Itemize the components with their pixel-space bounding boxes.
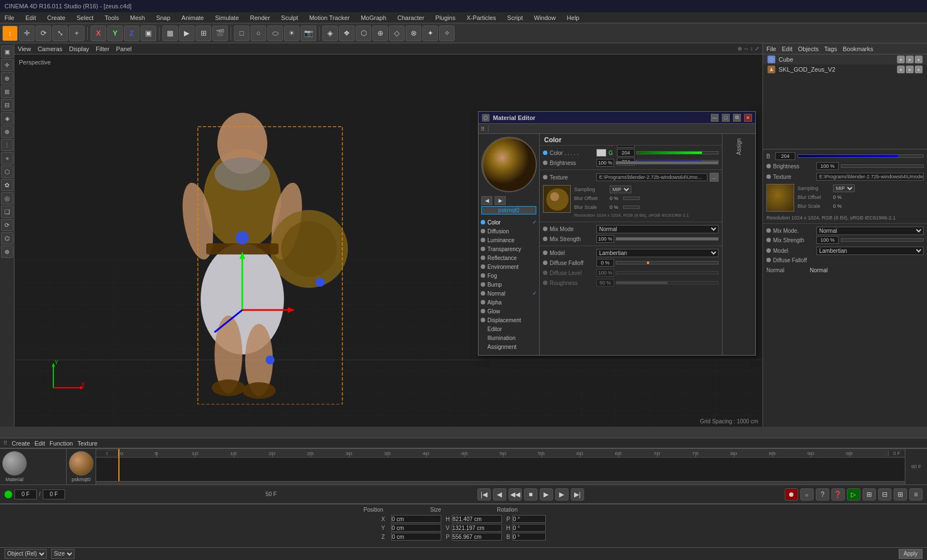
rot-h-input[interactable] xyxy=(512,524,546,532)
menu-mesh[interactable]: Mesh xyxy=(128,14,147,21)
tool-render-all[interactable]: ⊞ xyxy=(196,26,211,41)
om-file[interactable]: File xyxy=(766,46,776,52)
me-blur-scale-slider[interactable] xyxy=(623,206,640,209)
me-rough-slider[interactable] xyxy=(616,281,719,284)
me-maximize[interactable]: □ xyxy=(722,114,730,122)
y-input[interactable] xyxy=(391,524,441,532)
vp-view[interactable]: View xyxy=(18,46,31,52)
sb-icon-1[interactable]: ▣ xyxy=(1,46,13,58)
anim-play[interactable]: ▶ xyxy=(540,488,553,501)
tool-extra5[interactable]: ◇ xyxy=(389,26,405,41)
tool-extra2[interactable]: ❖ xyxy=(339,26,355,41)
b-slider[interactable] xyxy=(798,154,924,158)
mat-item-zeus[interactable]: pskmqt0 xyxy=(69,451,93,482)
me-ch-normal[interactable]: Normal ✓ xyxy=(479,289,539,298)
sb-icon-12[interactable]: ◎ xyxy=(1,192,13,204)
me-sampling-select[interactable]: MIP xyxy=(610,186,631,193)
tool-select[interactable]: ✛ xyxy=(19,26,34,41)
tool-extra8[interactable]: ✧ xyxy=(439,26,455,41)
rot-p-input[interactable] xyxy=(512,515,546,523)
menu-mograph[interactable]: MoGraph xyxy=(358,14,388,21)
vp-filter[interactable]: Filter xyxy=(96,46,109,52)
me-ch-reflectance[interactable]: Reflectance xyxy=(479,253,539,262)
model-select-rp[interactable]: Lambertian xyxy=(816,247,924,255)
tool-scale-view[interactable]: ⤡ xyxy=(52,26,68,41)
me-prev-btn2[interactable]: ▶ xyxy=(495,196,506,205)
cube-render-btn[interactable]: ● xyxy=(915,56,923,63)
menu-sculpt[interactable]: Sculpt xyxy=(279,14,301,21)
sb-icon-6[interactable]: ◈ xyxy=(1,112,13,124)
tool-sphere[interactable]: ○ xyxy=(251,26,266,41)
tool-box[interactable]: □ xyxy=(234,26,250,41)
tool-z[interactable]: Z xyxy=(124,26,139,41)
sb-icon-5[interactable]: ⊟ xyxy=(1,99,13,111)
me-ch-bump[interactable]: Bump xyxy=(479,280,539,289)
tool-light[interactable]: ☀ xyxy=(284,26,300,41)
menu-xparticles[interactable]: X-Particles xyxy=(464,14,498,21)
size-h-input[interactable] xyxy=(452,515,502,523)
tl-texture[interactable]: Texture xyxy=(77,440,97,447)
me-blur-offset-slider[interactable] xyxy=(623,197,640,200)
tool-cylinder[interactable]: ⬭ xyxy=(267,26,283,41)
sb-icon-7[interactable]: ⊗ xyxy=(1,126,13,138)
me-mix-select[interactable]: Normal xyxy=(596,225,719,233)
sb-icon-9[interactable]: ⌖ xyxy=(1,152,13,164)
me-brightness-input[interactable] xyxy=(596,159,614,167)
anim-motion-clip[interactable]: ▷ xyxy=(847,488,860,501)
tool-y[interactable]: Y xyxy=(107,26,123,41)
brightness-input-rp[interactable]: 100 % xyxy=(816,162,839,170)
anim-schema[interactable]: ⊟ xyxy=(878,488,891,501)
anim-help[interactable]: ❓ xyxy=(831,488,845,501)
mix-strength-slider-rp[interactable] xyxy=(841,238,924,242)
me-close[interactable]: ✕ xyxy=(744,114,752,122)
tool-camera[interactable]: 📷 xyxy=(301,26,316,41)
mix-strength-input-rp[interactable]: 100 % xyxy=(816,236,839,244)
anim-question[interactable]: ? xyxy=(816,488,829,501)
menu-character[interactable]: Character xyxy=(395,14,426,21)
tool-extra3[interactable]: ⬡ xyxy=(356,26,371,41)
keyframe-input[interactable] xyxy=(43,489,65,499)
anim-goto-end[interactable]: ▶| xyxy=(571,488,584,501)
me-ch-color[interactable]: Color ✓ xyxy=(479,218,539,227)
vp-display[interactable]: Display xyxy=(69,46,89,52)
anim-stop[interactable]: ■ xyxy=(524,488,537,501)
me-ch-alpha[interactable]: Alpha xyxy=(479,298,539,307)
menu-simulate[interactable]: Simulate xyxy=(213,14,241,21)
cube-vis-btn[interactable]: ● xyxy=(897,56,905,63)
me-rough-input[interactable] xyxy=(596,279,614,287)
om-tags[interactable]: Tags xyxy=(824,46,837,52)
tool-x[interactable]: X xyxy=(91,26,106,41)
tool-render-view[interactable]: ▶ xyxy=(179,26,195,41)
sb-icon-11[interactable]: ✿ xyxy=(1,179,13,191)
me-brightness-slider[interactable] xyxy=(616,161,719,164)
me-ch-transparency[interactable]: Transparency xyxy=(479,244,539,253)
me-ch-editor[interactable]: Editor xyxy=(479,324,539,333)
me-mat-name[interactable]: pskmqt0 xyxy=(481,206,536,214)
anim-settings[interactable]: ≡ xyxy=(909,488,923,501)
anim-play-reverse[interactable]: ◀◀ xyxy=(509,488,522,501)
om-bookmarks[interactable]: Bookmarks xyxy=(843,46,873,52)
cube-lock-btn[interactable]: ● xyxy=(906,56,914,63)
current-frame-input[interactable] xyxy=(14,489,37,499)
om-edit[interactable]: Edit xyxy=(782,46,793,52)
sampling-select-rp[interactable]: MIP xyxy=(833,184,855,192)
me-diff-level-slider[interactable] xyxy=(616,271,719,274)
anim-step-forward[interactable]: ▶ xyxy=(555,488,569,501)
tool-extra7[interactable]: ✦ xyxy=(422,26,438,41)
sb-icon-4[interactable]: ⊞ xyxy=(1,86,13,98)
me-diff-level-input[interactable] xyxy=(596,269,614,277)
me-diff-falloff-slider[interactable] xyxy=(616,261,719,264)
me-g-input[interactable] xyxy=(617,149,635,157)
me-ch-environment[interactable]: Environment xyxy=(479,262,539,271)
zeus-render-btn[interactable]: ● xyxy=(915,66,923,73)
me-model-select[interactable]: Lambertian xyxy=(596,249,719,257)
me-ch-diffusion[interactable]: Diffusion xyxy=(479,227,539,236)
me-mix-strength-input[interactable] xyxy=(596,235,614,243)
me-ch-assignment[interactable]: Assignment xyxy=(479,342,539,351)
sb-icon-10[interactable]: ⬡ xyxy=(1,166,13,178)
apply-button[interactable]: Apply xyxy=(899,549,923,559)
size-d-input[interactable] xyxy=(452,533,502,541)
menu-edit[interactable]: Edit xyxy=(23,14,38,21)
sb-icon-15[interactable]: ⌬ xyxy=(1,232,13,244)
anim-layer[interactable]: ⊞ xyxy=(863,488,876,501)
